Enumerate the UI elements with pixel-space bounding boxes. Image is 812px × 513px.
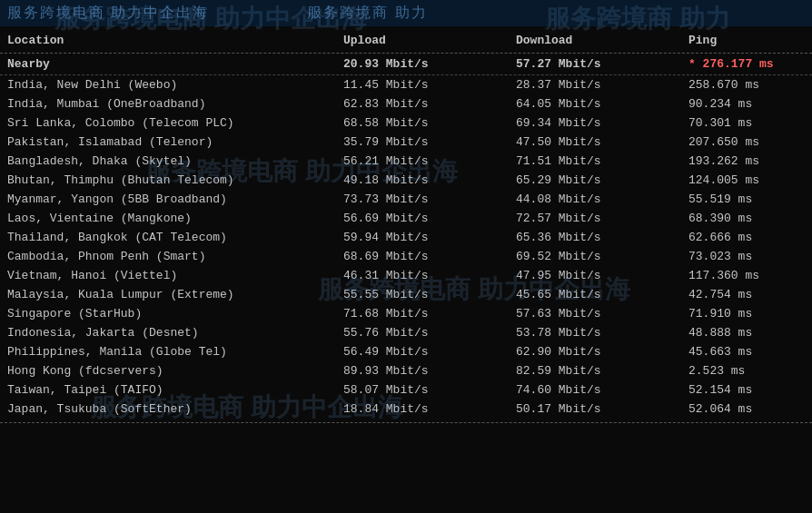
row-ping: 73.023 ms: [688, 250, 797, 263]
row-ping: 258.670 ms: [688, 78, 797, 92]
row-download: 47.95 Mbit/s: [516, 269, 688, 282]
row-location: Japan, Tsukuba (SoftEther): [7, 402, 343, 416]
row-ping: 70.301 ms: [688, 116, 797, 130]
row-ping: 71.910 ms: [688, 307, 797, 321]
row-upload: 73.73 Mbit/s: [343, 192, 516, 206]
row-upload: 55.55 Mbit/s: [343, 288, 516, 301]
table-row: Malaysia, Kuala Lumpur (Extreme) 55.55 M…: [0, 285, 812, 304]
row-location: Singapore (StarHub): [7, 307, 343, 321]
table-header: Location Upload Download Ping: [0, 28, 812, 54]
row-location: Pakistan, Islamabad (Telenor): [7, 135, 343, 149]
bottom-divider: [0, 422, 812, 423]
row-location: Malaysia, Kuala Lumpur (Extreme): [7, 288, 343, 301]
row-upload: 56.69 Mbit/s: [343, 212, 516, 225]
table-row: Cambodia, Phnom Penh (Smart) 68.69 Mbit/…: [0, 247, 812, 266]
row-download: 65.29 Mbit/s: [516, 173, 688, 187]
row-upload: 59.94 Mbit/s: [343, 231, 516, 244]
row-download: 62.90 Mbit/s: [516, 345, 688, 359]
row-upload: 11.45 Mbit/s: [343, 78, 516, 92]
row-ping: 193.262 ms: [688, 154, 797, 168]
row-ping: 42.754 ms: [688, 288, 797, 301]
table-row: India, Mumbai (OneBroadband) 62.83 Mbit/…: [0, 94, 812, 113]
row-location: Bangladesh, Dhaka (Skytel): [7, 154, 343, 168]
row-download: 50.17 Mbit/s: [516, 402, 688, 416]
row-download: 82.59 Mbit/s: [516, 364, 688, 378]
row-upload: 56.49 Mbit/s: [343, 345, 516, 359]
row-download: 57.63 Mbit/s: [516, 307, 688, 321]
table-row: Taiwan, Taipei (TAIFO) 58.07 Mbit/s 74.6…: [0, 380, 812, 400]
table-row: India, New Delhi (Weebo) 11.45 Mbit/s 28…: [0, 75, 812, 94]
row-ping: 52.154 ms: [688, 383, 797, 397]
row-upload: 46.31 Mbit/s: [343, 269, 516, 282]
row-upload: 68.58 Mbit/s: [343, 116, 516, 130]
top-banner: 服务跨境电商 助力中企出海 服务跨境商 助力: [0, 0, 812, 26]
row-download: 28.37 Mbit/s: [516, 78, 688, 92]
table-row: Laos, Vientaine (Mangkone) 56.69 Mbit/s …: [0, 209, 812, 228]
table-row: Japan, Tsukuba (SoftEther) 18.84 Mbit/s …: [0, 400, 812, 419]
table-row: Thailand, Bangkok (CAT Telecom) 59.94 Mb…: [0, 228, 812, 247]
row-location: Bhutan, Thimphu (Bhutan Telecom): [7, 173, 343, 187]
row-location: Hong Kong (fdcservers): [7, 364, 343, 378]
header-location: Location: [7, 34, 343, 47]
row-download: 69.52 Mbit/s: [516, 250, 688, 263]
row-ping: 117.360 ms: [688, 269, 797, 282]
row-location: Cambodia, Phnom Penh (Smart): [7, 250, 343, 263]
data-table: India, New Delhi (Weebo) 11.45 Mbit/s 28…: [0, 75, 812, 419]
table-row: Hong Kong (fdcservers) 89.93 Mbit/s 82.5…: [0, 361, 812, 380]
row-upload: 71.68 Mbit/s: [343, 307, 516, 321]
header-download: Download: [516, 34, 688, 47]
row-location: India, Mumbai (OneBroadband): [7, 97, 343, 111]
row-upload: 35.79 Mbit/s: [343, 135, 516, 149]
row-upload: 55.76 Mbit/s: [343, 326, 516, 340]
table-row: Bangladesh, Dhaka (Skytel) 56.21 Mbit/s …: [0, 152, 812, 171]
row-location: Myanmar, Yangon (5BB Broadband): [7, 192, 343, 206]
row-download: 71.51 Mbit/s: [516, 154, 688, 168]
nearby-ping: * 276.177 ms: [688, 57, 797, 71]
table-row: Singapore (StarHub) 71.68 Mbit/s 57.63 M…: [0, 304, 812, 323]
table-row: Vietnam, Hanoi (Viettel) 46.31 Mbit/s 47…: [0, 266, 812, 285]
header-upload: Upload: [343, 34, 516, 47]
row-ping: 48.888 ms: [688, 326, 797, 340]
row-location: Thailand, Bangkok (CAT Telecom): [7, 231, 343, 244]
row-location: India, New Delhi (Weebo): [7, 78, 343, 92]
row-ping: 45.663 ms: [688, 345, 797, 359]
table-row: Myanmar, Yangon (5BB Broadband) 73.73 Mb…: [0, 190, 812, 209]
row-location: Laos, Vientaine (Mangkone): [7, 212, 343, 225]
row-download: 72.57 Mbit/s: [516, 212, 688, 225]
nearby-download: 57.27 Mbit/s: [516, 57, 688, 71]
row-ping: 2.523 ms: [688, 364, 797, 378]
row-upload: 18.84 Mbit/s: [343, 402, 516, 416]
row-download: 64.05 Mbit/s: [516, 97, 688, 111]
row-download: 53.78 Mbit/s: [516, 326, 688, 340]
table-row: Pakistan, Islamabad (Telenor) 35.79 Mbit…: [0, 133, 812, 152]
row-location: Vietnam, Hanoi (Viettel): [7, 269, 343, 282]
row-ping: 124.005 ms: [688, 173, 797, 187]
row-upload: 62.83 Mbit/s: [343, 97, 516, 111]
table-row: Sri Lanka, Colombo (Telecom PLC) 68.58 M…: [0, 113, 812, 133]
row-download: 44.08 Mbit/s: [516, 192, 688, 206]
row-location: Indonesia, Jakarta (Desnet): [7, 326, 343, 340]
table-row: Bhutan, Thimphu (Bhutan Telecom) 49.18 M…: [0, 171, 812, 190]
row-upload: 58.07 Mbit/s: [343, 383, 516, 397]
row-download: 65.36 Mbit/s: [516, 231, 688, 244]
row-location: Taiwan, Taipei (TAIFO): [7, 383, 343, 397]
row-upload: 49.18 Mbit/s: [343, 173, 516, 187]
row-ping: 207.650 ms: [688, 135, 797, 149]
row-location: Philippines, Manila (Globe Tel): [7, 345, 343, 359]
row-ping: 68.390 ms: [688, 212, 797, 225]
main-container: 服务跨境电商 助力中企出海 服务跨境商 助力 服务跨境电商 助力中企出海 服务跨…: [0, 0, 812, 423]
row-location: Sri Lanka, Colombo (Telecom PLC): [7, 116, 343, 130]
banner-text: 服务跨境电商 助力中企出海 服务跨境商 助力: [7, 4, 428, 23]
row-ping: 90.234 ms: [688, 97, 797, 111]
row-download: 74.60 Mbit/s: [516, 383, 688, 397]
table-row: Indonesia, Jakarta (Desnet) 55.76 Mbit/s…: [0, 323, 812, 342]
nearby-row: Nearby 20.93 Mbit/s 57.27 Mbit/s * 276.1…: [0, 54, 812, 75]
table-row: Philippines, Manila (Globe Tel) 56.49 Mb…: [0, 342, 812, 361]
row-download: 45.65 Mbit/s: [516, 288, 688, 301]
row-download: 47.50 Mbit/s: [516, 135, 688, 149]
nearby-upload: 20.93 Mbit/s: [343, 57, 516, 71]
row-ping: 55.519 ms: [688, 192, 797, 206]
row-upload: 56.21 Mbit/s: [343, 154, 516, 168]
nearby-location: Nearby: [7, 57, 343, 71]
header-ping: Ping: [688, 34, 797, 47]
